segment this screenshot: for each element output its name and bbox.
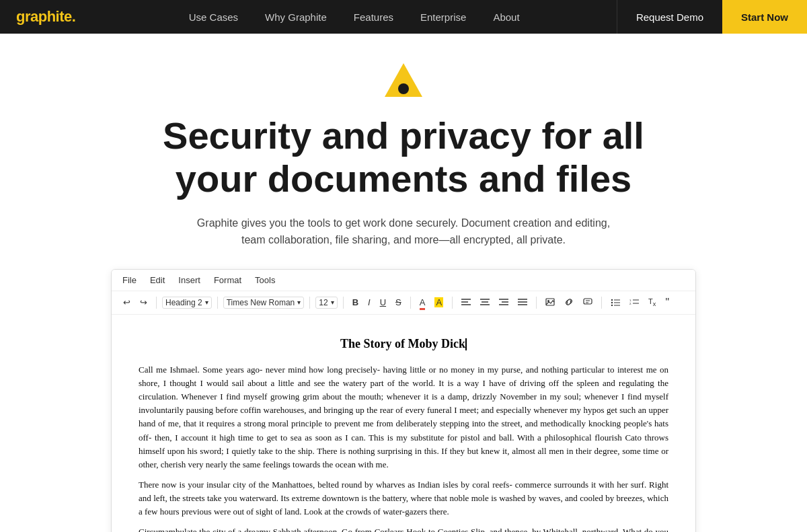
image-button[interactable]	[542, 296, 558, 309]
align-right-button[interactable]	[496, 296, 512, 309]
svg-point-21	[611, 302, 613, 303]
font-select[interactable]: Times New Roman ▾	[223, 297, 305, 309]
link-icon	[564, 298, 574, 306]
svg-point-19	[611, 299, 613, 301]
numbered-list-button[interactable]: 1.2.	[626, 296, 642, 309]
fontsize-label: 12	[319, 298, 328, 307]
align-justify-button[interactable]	[514, 296, 531, 309]
toolbar-divider-1	[156, 297, 157, 309]
font-color-button[interactable]: A	[416, 296, 429, 309]
logo-text: graphite	[16, 8, 72, 25]
hero-section: Security and privacy for all your docume…	[0, 34, 807, 532]
logo[interactable]: graphite.	[0, 8, 91, 26]
toolbar-divider-6	[452, 297, 453, 309]
undo-button[interactable]: ↩	[120, 296, 134, 309]
italic-button[interactable]: I	[364, 296, 374, 309]
nav-why-graphite[interactable]: Why Graphite	[265, 11, 327, 23]
hero-title: Security and privacy for all your docume…	[148, 114, 659, 201]
bullet-list-icon	[611, 298, 620, 306]
highlight-icon: A	[434, 297, 443, 307]
nav-features[interactable]: Features	[354, 11, 393, 23]
nav-about[interactable]: About	[493, 11, 519, 23]
comment-button[interactable]	[580, 296, 596, 309]
editor-paragraph-2: There now is your insular city of the Ma…	[139, 478, 668, 519]
image-icon	[545, 298, 555, 306]
align-justify-icon	[518, 298, 527, 306]
align-right-icon	[499, 298, 508, 306]
toolbar-divider-2	[217, 297, 218, 309]
editor-paragraph-3: Circumambulate the city of a dreamy Sabb…	[139, 525, 668, 532]
numbered-list-icon: 1.2.	[629, 298, 639, 306]
heading-chevron: ▾	[205, 299, 208, 306]
align-left-icon	[461, 298, 471, 306]
svg-rect-16	[584, 299, 592, 304]
svg-point-1	[398, 83, 409, 94]
menu-tools[interactable]: Tools	[255, 275, 275, 285]
link-button[interactable]	[561, 296, 577, 309]
comment-icon	[583, 298, 592, 306]
svg-point-23	[611, 305, 613, 306]
heading-select[interactable]: Heading 2 ▾	[162, 297, 212, 309]
underline-button[interactable]: U	[377, 296, 389, 309]
toolbar-divider-7	[536, 297, 537, 309]
strikethrough-button[interactable]: S	[392, 296, 405, 309]
menu-file[interactable]: File	[122, 275, 137, 285]
toolbar-divider-3	[309, 297, 310, 309]
toolbar-divider-8	[601, 297, 602, 309]
request-demo-button[interactable]: Request Demo	[617, 0, 722, 34]
text-cursor	[465, 338, 467, 350]
menu-insert[interactable]: Insert	[178, 275, 200, 285]
svg-rect-14	[546, 299, 554, 305]
fontsize-chevron: ▾	[331, 299, 334, 306]
align-center-button[interactable]	[477, 296, 493, 309]
navbar: graphite. Use Cases Why Graphite Feature…	[0, 0, 807, 34]
doc-title-text: The Story of Moby Dick	[340, 337, 465, 350]
font-chevron: ▾	[297, 299, 301, 306]
heading-label: Heading 2	[165, 298, 202, 307]
editor-container: File Edit Insert Format Tools ↩ ↪ Headin…	[111, 269, 696, 532]
nav-links: Use Cases Why Graphite Features Enterpri…	[91, 11, 617, 23]
font-color-icon: A	[420, 297, 426, 310]
blockquote-button[interactable]: "	[662, 295, 672, 310]
fontsize-select[interactable]: 12 ▾	[315, 297, 337, 309]
clear-formatting-button[interactable]: Tx	[645, 296, 659, 309]
logo-dot: .	[72, 8, 76, 25]
redo-button[interactable]: ↪	[137, 296, 151, 309]
doc-title: The Story of Moby Dick	[139, 335, 668, 354]
editor-paragraph-1: Call me Ishmael. Some years ago- never m…	[139, 363, 668, 471]
align-left-button[interactable]	[458, 296, 474, 309]
svg-text:2.: 2.	[629, 302, 631, 305]
editor-content[interactable]: The Story of Moby Dick Call me Ishmael. …	[112, 315, 695, 532]
bold-button[interactable]: B	[349, 296, 362, 309]
toolbar-divider-5	[410, 297, 411, 309]
menu-format[interactable]: Format	[214, 275, 241, 285]
start-now-button[interactable]: Start Now	[722, 0, 807, 34]
font-label: Times New Roman	[227, 298, 295, 307]
hero-subtitle: Graphite gives you the tools to get work…	[195, 215, 612, 249]
menu-edit[interactable]: Edit	[150, 275, 165, 285]
highlight-button[interactable]: A	[431, 296, 447, 309]
nav-use-cases[interactable]: Use Cases	[189, 11, 238, 23]
svg-point-15	[547, 300, 549, 302]
editor-menubar: File Edit Insert Format Tools	[112, 270, 695, 291]
align-center-icon	[480, 298, 490, 306]
hero-icon	[383, 61, 424, 101]
toolbar-divider-4	[343, 297, 344, 309]
bullet-list-button[interactable]	[607, 296, 623, 309]
editor-toolbar: ↩ ↪ Heading 2 ▾ Times New Roman ▾ 12 ▾	[112, 291, 695, 315]
nav-enterprise[interactable]: Enterprise	[420, 11, 466, 23]
